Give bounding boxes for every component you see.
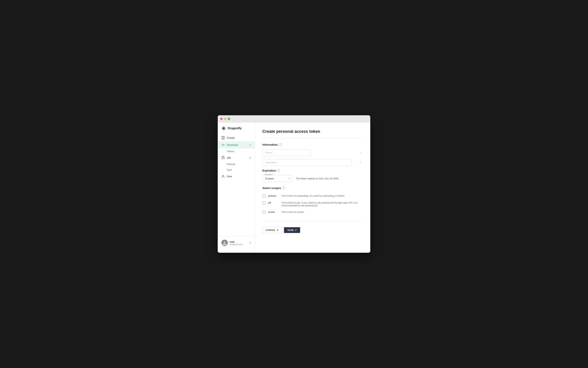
app-body: Dragonfly Cluster <box>218 122 370 253</box>
scope-item-preheat: preheat Full control of preheating, it's… <box>262 193 363 200</box>
preheat-scope-desc: Full control of preheating, it's used fo… <box>282 194 345 197</box>
dragonfly-icon <box>222 126 226 130</box>
developer-icon <box>222 143 225 147</box>
scopes-section: Select scopes ? preheat Full control of … <box>262 186 363 216</box>
title-bar <box>218 115 370 122</box>
job-checkbox[interactable] <box>262 202 265 204</box>
name-input-wrapper: ? <box>262 149 363 156</box>
sidebar-item-cluster[interactable]: Cluster <box>218 134 255 141</box>
svg-rect-9 <box>222 157 224 159</box>
description-help-icon: ? <box>360 161 361 164</box>
sidebar: Dragonfly Cluster <box>218 122 255 253</box>
name-field-group: ? <box>262 149 363 156</box>
svg-rect-5 <box>223 136 225 137</box>
developer-label: Developer <box>227 143 247 146</box>
job-icon <box>222 156 225 159</box>
avatar <box>222 240 228 246</box>
cancel-icon: ✕ <box>277 229 278 231</box>
sidebar-sub-task[interactable]: Task <box>218 167 255 173</box>
scope-item-job: job Full control of job. If you need to … <box>262 200 363 209</box>
expiration-hint: The token expires on Sun, Dec 24 2034. <box>296 177 339 180</box>
scopes-section-title: Select scopes ? <box>262 186 363 190</box>
job-chevron: ▼ <box>249 157 251 159</box>
job-scope-desc: Full control of job. If you need to call… <box>282 201 363 207</box>
user-email: root@d7y.com <box>230 243 248 246</box>
app-window: Dragonfly Cluster <box>218 115 370 253</box>
expiration-label: Expiration * <box>264 174 275 176</box>
preheat-scope-name: preheat <box>268 194 279 197</box>
maximize-button[interactable] <box>228 118 230 120</box>
scopes-help-icon[interactable]: ? <box>282 187 285 190</box>
svg-rect-6 <box>222 138 223 139</box>
cluster-scope-desc: Full control of cluster. <box>282 211 305 213</box>
information-section-title: Information ? <box>262 143 363 146</box>
expiration-section-title: Expiration ? <box>262 169 363 172</box>
sidebar-navigation: Cluster Developer ▼ Tokens <box>218 134 255 237</box>
save-button[interactable]: SAVE ✔ <box>284 227 300 233</box>
user-name: root <box>230 240 248 243</box>
cluster-checkbox[interactable] <box>262 211 265 214</box>
description-input-wrapper: ? <box>262 159 363 166</box>
expiration-select[interactable]: 7 days 30 days 60 days 90 days 1 year 2 … <box>262 175 292 182</box>
close-button[interactable] <box>220 118 223 120</box>
sidebar-item-job[interactable]: Job ▼ <box>218 154 255 161</box>
user-expand-icon[interactable]: ⇅ <box>249 242 251 244</box>
user-label: User <box>227 175 251 178</box>
expiration-section: Expiration ? Expiration * 7 days 30 days… <box>262 169 363 182</box>
user-icon <box>222 175 225 178</box>
page-title: Create personal access token <box>262 129 363 134</box>
description-field-group: ? <box>262 159 363 166</box>
name-input[interactable] <box>262 149 311 156</box>
sidebar-item-developer[interactable]: Developer ▼ <box>218 141 255 148</box>
scope-item-cluster: cluster Full control of cluster. <box>262 209 363 216</box>
cluster-scope-name: cluster <box>268 211 279 213</box>
sidebar-sub-tokens[interactable]: Tokens <box>218 148 255 154</box>
expiration-select-wrapper: Expiration * 7 days 30 days 60 days 90 d… <box>262 175 292 182</box>
svg-point-14 <box>224 241 225 243</box>
expiration-help-icon[interactable]: ? <box>277 169 280 172</box>
user-info: root root@d7y.com <box>230 240 248 246</box>
expiration-row: Expiration * 7 days 30 days 60 days 90 d… <box>262 175 363 182</box>
developer-chevron: ▼ <box>249 144 251 146</box>
cluster-label: Cluster <box>227 136 251 139</box>
minimize-button[interactable] <box>224 118 226 120</box>
actions-bar: CANCEL ✕ SAVE ✔ <box>262 226 363 233</box>
avatar-icon <box>222 240 228 246</box>
information-help-icon[interactable]: ? <box>279 143 282 146</box>
sidebar-footer: root root@d7y.com ⇅ <box>218 237 255 249</box>
svg-rect-7 <box>223 138 225 139</box>
save-icon: ✔ <box>295 229 297 231</box>
main-content: Create personal access token Information… <box>255 122 370 253</box>
job-scope-name: job <box>268 201 279 204</box>
cluster-icon <box>222 136 225 139</box>
logo-text: Dragonfly <box>228 127 242 130</box>
svg-point-12 <box>223 175 224 176</box>
cancel-button[interactable]: CANCEL ✕ <box>262 227 282 233</box>
job-label: Job <box>227 156 247 159</box>
sidebar-logo: Dragonfly <box>218 126 255 134</box>
scope-list: preheat Full control of preheating, it's… <box>262 193 363 216</box>
preheat-checkbox[interactable] <box>262 195 265 198</box>
sidebar-sub-preheat[interactable]: Preheat <box>218 161 255 167</box>
name-help-icon: ? <box>360 151 361 154</box>
svg-line-8 <box>223 144 223 146</box>
svg-rect-4 <box>222 136 223 137</box>
sidebar-item-user[interactable]: User <box>218 173 255 180</box>
description-input[interactable] <box>262 159 352 166</box>
